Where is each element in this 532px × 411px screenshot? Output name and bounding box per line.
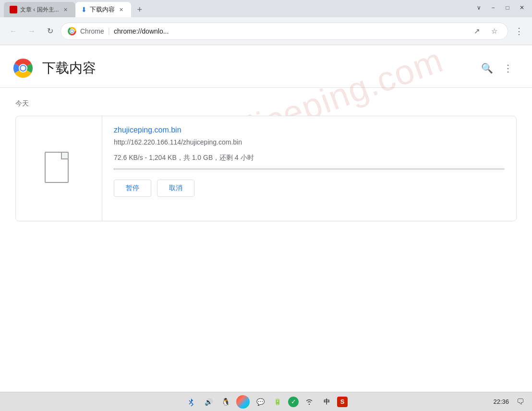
wechat-icon[interactable]: 💬	[254, 395, 267, 409]
download-item: zhujiceping.com.bin http://162.220.166.1…	[15, 116, 517, 221]
sogou-icon[interactable]: S	[337, 397, 348, 407]
pause-button[interactable]: 暂停	[114, 180, 151, 197]
ime-icon[interactable]: 中	[320, 395, 333, 409]
tab2-label: 下载内容	[90, 5, 115, 14]
figma-icon[interactable]	[236, 395, 250, 409]
minimize-button[interactable]: −	[487, 3, 499, 12]
tab1-favicon	[10, 6, 17, 13]
tab2-close[interactable]: ✕	[118, 6, 125, 13]
file-icon-section	[16, 116, 102, 221]
download-details: zhujiceping.com.bin http://162.220.166.1…	[102, 116, 516, 221]
search-icon[interactable]: 🔍	[478, 60, 496, 77]
refresh-button[interactable]: ↻	[42, 24, 58, 39]
url-bar[interactable]: Chrome | chrome://downlo... ↗ ☆	[60, 23, 508, 40]
page-title: 下载内容	[42, 59, 478, 77]
tab-active[interactable]: ⬇ 下载内容 ✕	[75, 2, 131, 17]
bookmark-icon[interactable]: ☆	[487, 24, 501, 38]
volume-icon[interactable]: 🔊	[202, 395, 215, 409]
page-content: 下载内容 🔍 ⋮ zhujiceping.com 今天 zhujiceping.…	[0, 45, 532, 392]
tab2-favicon: ⬇	[81, 6, 87, 13]
window-controls: ∨ − □ ✕	[472, 3, 528, 12]
tab1-close[interactable]: ✕	[62, 6, 70, 13]
taskbar: 🔊 🐧 💬 🔋 ✓ 中 S 22:36 🗨	[0, 392, 532, 411]
file-icon	[45, 152, 73, 185]
url-actions: ↗ ☆	[470, 24, 501, 38]
url-separator: |	[108, 27, 110, 36]
more-icon[interactable]: ⋮	[499, 60, 517, 77]
file-icon-corner	[61, 153, 68, 159]
svg-point-5	[71, 30, 73, 32]
share-icon[interactable]: ↗	[470, 24, 484, 38]
battery-icon[interactable]: 🔋	[271, 395, 284, 409]
file-icon-body	[45, 152, 69, 183]
notification-icon[interactable]: 🗨	[517, 398, 524, 406]
chevron-down-icon[interactable]: ∨	[472, 3, 485, 12]
title-bar: 文章 ‹ 国外主... ✕ ⬇ 下载内容 ✕ + ∨ − □ ✕	[0, 0, 532, 17]
new-tab-button[interactable]: +	[133, 3, 146, 16]
download-actions: 暂停 取消	[114, 180, 505, 197]
page-header: 下载内容 🔍 ⋮	[0, 45, 532, 88]
progress-bar	[114, 168, 505, 170]
bluetooth-icon[interactable]	[184, 395, 198, 409]
download-progress-info: 72.6 KB/s - 1,204 KB，共 1.0 GB，还剩 4 小时	[114, 154, 505, 162]
security-icon[interactable]: ✓	[288, 397, 299, 407]
forward-button[interactable]: →	[24, 24, 39, 39]
download-url: http://162.220.166.114/zhujiceping.com.b…	[114, 138, 505, 146]
tab1-label: 文章 ‹ 国外主...	[20, 6, 59, 14]
section-today-label: 今天	[15, 99, 517, 108]
cancel-button[interactable]: 取消	[157, 180, 194, 197]
qq-icon[interactable]: 🐧	[219, 395, 232, 409]
download-filename[interactable]: zhujiceping.com.bin	[114, 126, 505, 134]
header-icons: 🔍 ⋮	[478, 60, 517, 77]
svg-point-8	[21, 66, 25, 71]
downloads-section: 今天 zhujiceping.com.bin http://162.220.16…	[0, 88, 532, 233]
chrome-favicon-icon	[68, 27, 76, 36]
chrome-logo-icon	[12, 57, 35, 80]
chrome-label: Chrome	[80, 27, 104, 35]
chrome-menu-button[interactable]: ⋮	[511, 24, 526, 39]
back-button[interactable]: ←	[6, 24, 21, 39]
maximize-button[interactable]: □	[501, 3, 514, 12]
tab-inactive[interactable]: 文章 ‹ 国外主... ✕	[4, 2, 75, 17]
close-button[interactable]: ✕	[516, 3, 528, 12]
address-bar: ← → ↻ Chrome | chrome://downlo... ↗ ☆ ⋮	[0, 17, 532, 45]
url-text: chrome://downlo...	[114, 27, 462, 35]
taskbar-time: 22:36	[493, 398, 509, 405]
wifi-icon[interactable]	[302, 395, 316, 409]
progress-bar-fill	[114, 168, 114, 170]
